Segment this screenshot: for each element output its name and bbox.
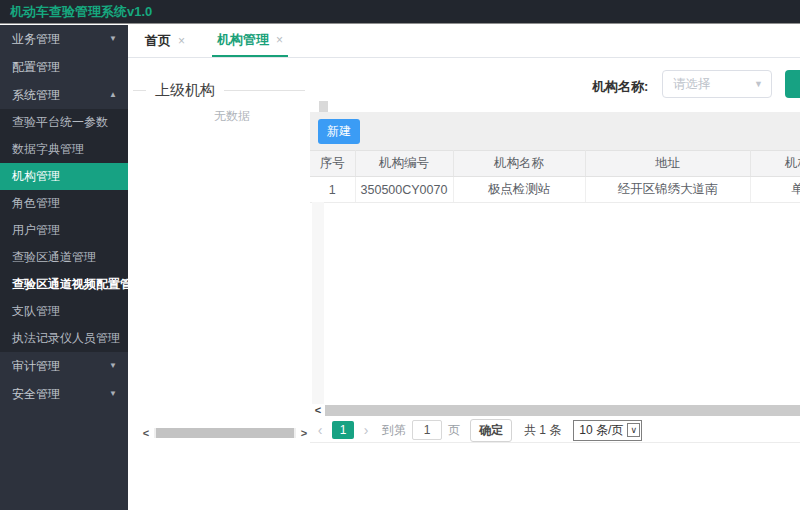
tab-bar: 首页 × 机构管理 × [128, 25, 800, 58]
page-number-button[interactable]: 1 [332, 421, 354, 439]
tab-label: 首页 [145, 32, 171, 50]
sidebar-item-lane-video-config[interactable]: 查验区通道视频配置管理 [0, 271, 128, 298]
sidebar-item-label: 查验区通道视频配置管理 [12, 277, 128, 291]
column-header-org-name: 机构名称 [453, 151, 585, 177]
sidebar-item-recorder-personnel[interactable]: 执法记录仪人员管理 [0, 325, 128, 352]
sidebar-item-label: 安全管理 [12, 387, 60, 401]
scrollbar-thumb[interactable] [325, 405, 800, 416]
cell-org-name: 极点检测站 [453, 177, 585, 203]
tab-home[interactable]: 首页 × [140, 25, 190, 57]
sidebar-item-data-dictionary[interactable]: 数据字典管理 [0, 136, 128, 163]
sidebar-item-label: 配置管理 [12, 60, 60, 74]
tab-label: 机构管理 [217, 31, 269, 49]
cell-org-code: 350500CY0070 [355, 177, 453, 203]
table-toolbar: 新建 [310, 112, 800, 150]
sidebar-item-platform-params[interactable]: 查验平台统一参数 [0, 109, 128, 136]
organization-table: 序号 机构编号 机构名称 地址 机构 1 350500CY0070 极点检测站 … [310, 150, 800, 203]
column-header-org-code: 机构编号 [355, 151, 453, 177]
sidebar-submenu-system: 查验平台统一参数 数据字典管理 机构管理 角色管理 用户管理 查验区通道管理 查… [0, 109, 128, 352]
legend-title: 上级机构 [155, 81, 215, 100]
org-name-select[interactable]: 请选择 ▼ [662, 70, 772, 98]
top-header: 机动车查验管理系统v1.0 [0, 0, 800, 24]
sidebar-item-label: 查验区通道管理 [12, 250, 96, 264]
chevron-down-icon: ∨ [627, 423, 640, 437]
parent-org-legend: 上级机构 [133, 81, 305, 100]
select-placeholder: 请选择 [673, 71, 711, 97]
page-size-select[interactable]: 10 条/页 ∨ [573, 420, 642, 441]
page-prev-icon[interactable]: ‹ [314, 422, 326, 438]
close-icon[interactable]: × [178, 34, 185, 48]
sidebar-item-label: 业务管理 [12, 32, 60, 46]
sidebar-item-label: 角色管理 [12, 196, 60, 210]
chevron-down-icon: ▼ [109, 25, 117, 53]
sidebar-item-label: 机构管理 [12, 169, 60, 183]
sidebar-item-label: 执法记录仪人员管理 [12, 331, 120, 345]
scroll-right-icon[interactable]: > [298, 427, 310, 439]
sidebar-item-config-mgmt[interactable]: 配置管理 [0, 53, 128, 81]
sidebar-item-role-mgmt[interactable]: 角色管理 [0, 190, 128, 217]
tab-organization-mgmt[interactable]: 机构管理 × [212, 25, 288, 57]
sidebar-item-business-mgmt[interactable]: 业务管理 ▼ [0, 25, 128, 53]
goto-page-input[interactable] [412, 420, 442, 440]
sidebar-item-label: 查验平台统一参数 [12, 115, 108, 129]
sidebar-nav: 业务管理 ▼ 配置管理 系统管理 ▲ 查验平台统一参数 数据字典管理 机构管理 … [0, 25, 128, 510]
page-next-icon[interactable]: › [360, 422, 372, 438]
scrollbar-thumb[interactable] [156, 428, 294, 438]
sidebar-item-organization-mgmt[interactable]: 机构管理 [0, 163, 128, 190]
query-button[interactable] [785, 70, 800, 98]
chevron-down-icon: ▼ [109, 352, 117, 380]
organization-table-panel: 新建 序号 机构编号 机构名称 地址 机构 1 350500CY0070 [310, 112, 800, 443]
app-window: 机动车查验管理系统v1.0 业务管理 ▼ 配置管理 系统管理 ▲ 查验平台统一参… [0, 0, 800, 510]
sidebar-item-label: 系统管理 [12, 88, 60, 102]
sidebar-item-user-mgmt[interactable]: 用户管理 [0, 217, 128, 244]
table-horizontal-scrollbar: < [310, 404, 800, 417]
table-header-row: 序号 机构编号 机构名称 地址 机构 [310, 151, 800, 177]
page-size-value: 10 条/页 [579, 422, 623, 439]
column-header-address: 地址 [585, 151, 750, 177]
legend-line [224, 90, 305, 91]
tree-empty-text: 无数据 [133, 108, 305, 125]
sidebar-item-audit-mgmt[interactable]: 审计管理 ▼ [0, 352, 128, 380]
sidebar-item-label: 审计管理 [12, 359, 60, 373]
sidebar-item-lane-mgmt[interactable]: 查验区通道管理 [0, 244, 128, 271]
cell-org-type: 单 [750, 177, 800, 203]
sidebar-item-security-mgmt[interactable]: 安全管理 ▼ [0, 380, 128, 408]
page-word-label: 页 [448, 422, 460, 439]
chevron-down-icon: ▼ [109, 380, 117, 408]
app-title: 机动车查验管理系统v1.0 [10, 0, 152, 24]
pagination-bar: ‹ 1 › 到第 页 确定 共 1 条 10 条/页 ∨ [310, 418, 800, 442]
legend-line [133, 90, 146, 91]
new-button[interactable]: 新建 [318, 119, 360, 144]
goto-page-label: 到第 [382, 422, 406, 439]
column-header-org-type: 机构 [750, 151, 800, 177]
sidebar-item-label: 用户管理 [12, 223, 60, 237]
org-name-label: 机构名称: [592, 78, 648, 96]
cell-index: 1 [310, 177, 355, 203]
sidebar-item-detachment-mgmt[interactable]: 支队管理 [0, 298, 128, 325]
confirm-button[interactable]: 确定 [470, 419, 512, 442]
table-left-gutter [312, 202, 324, 404]
chevron-down-icon: ▼ [754, 79, 763, 89]
close-icon[interactable]: × [276, 33, 283, 47]
scrollbar-track[interactable] [154, 428, 296, 438]
sidebar-item-label: 支队管理 [12, 304, 60, 318]
total-count-label: 共 1 条 [524, 422, 561, 439]
scroll-left-icon[interactable]: < [312, 404, 324, 416]
tree-horizontal-scrollbar: < > [140, 427, 310, 439]
sidebar-item-label: 数据字典管理 [12, 142, 84, 156]
scroll-left-icon[interactable]: < [140, 427, 152, 439]
chevron-up-icon: ▲ [109, 81, 117, 109]
cell-address: 经开区锦绣大道南 [585, 177, 750, 203]
column-header-index: 序号 [310, 151, 355, 177]
sidebar-item-system-mgmt[interactable]: 系统管理 ▲ [0, 81, 128, 109]
table-row[interactable]: 1 350500CY0070 极点检测站 经开区锦绣大道南 单 [310, 177, 800, 203]
